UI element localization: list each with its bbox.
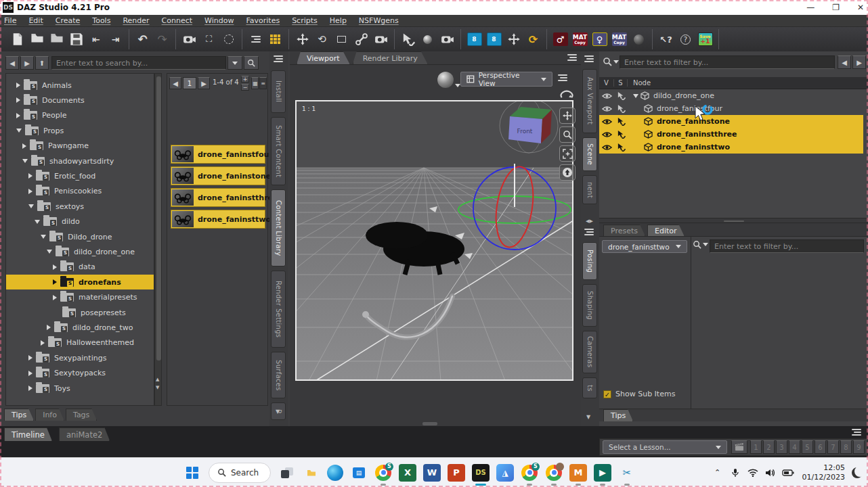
tree-item-data[interactable]: Sdata	[6, 260, 154, 275]
tab-tags[interactable]: Tags	[66, 409, 97, 421]
lesson-number-1[interactable]: 1	[750, 440, 762, 454]
expander-collapsed[interactable]	[41, 340, 45, 346]
params-filter-icon[interactable]	[693, 240, 708, 249]
page-next-button[interactable]: ▶	[198, 77, 210, 89]
frame-camera-icon[interactable]	[559, 145, 576, 162]
lesson-number-9[interactable]: 9	[853, 440, 865, 454]
dock-tab-nent[interactable]: nent	[582, 175, 597, 205]
pane-menu-icon[interactable]	[584, 229, 594, 235]
genesis8-male-icon[interactable]: 8	[484, 30, 504, 49]
menu-nsfwgens[interactable]: NSFWgens	[359, 16, 399, 25]
dock-tab-scene[interactable]: Scene	[582, 137, 597, 171]
close-button[interactable]: ✕	[857, 3, 864, 12]
word-icon[interactable]: W	[423, 464, 441, 482]
expander-collapsed[interactable]	[16, 113, 20, 118]
draw-style-caret[interactable]	[455, 84, 460, 87]
save-icon[interactable]	[66, 30, 86, 49]
excel-icon[interactable]: X	[399, 464, 416, 482]
tree-item-dildo_drone[interactable]: SDildo_drone	[6, 229, 154, 244]
visibility-eye-icon[interactable]	[599, 131, 614, 138]
scroll-up-arrow[interactable]: ▲	[156, 377, 159, 382]
scene-node-row[interactable]: drone_faninstfour	[599, 102, 863, 115]
lesson-play-icon[interactable]	[731, 440, 747, 454]
battery-icon[interactable]	[781, 469, 796, 476]
nav-back-button[interactable]: ◀	[5, 56, 19, 70]
node-selector-dropdown[interactable]: drone_faninsttwo	[602, 240, 687, 253]
column-visible[interactable]: V	[599, 79, 614, 87]
orbit-camera-icon[interactable]	[559, 89, 576, 103]
selectable-cursor-icon[interactable]	[614, 104, 628, 113]
snipping-tool-icon[interactable]: ✂	[618, 464, 636, 482]
restore-button[interactable]: ❐	[832, 3, 840, 12]
dock-tab-content-library[interactable]: Content Library	[271, 189, 286, 266]
tree-item-erotic_food[interactable]: SErotic_food	[6, 168, 154, 183]
menu-connect[interactable]: Connect	[162, 16, 192, 25]
mat-copy-purple-icon[interactable]: MATCopy	[609, 30, 629, 49]
scene-node-row[interactable]: drone_faninsttwo	[599, 141, 863, 154]
task-view-icon[interactable]	[278, 464, 296, 482]
active-rotate-tool-icon[interactable]: ⟳	[523, 30, 543, 49]
volume-icon[interactable]	[763, 469, 778, 477]
menu-scripts[interactable]: Scripts	[292, 16, 318, 25]
tree-item-dildo[interactable]: Sdildo	[6, 214, 154, 229]
daz-studio-icon[interactable]: DS	[472, 464, 490, 482]
scene-node-row[interactable]: dildo_drone_one	[599, 89, 863, 102]
dock-tab-install[interactable]: Install	[271, 70, 286, 113]
chrome-profile1-icon[interactable]: S	[374, 464, 392, 482]
undo-icon[interactable]: ↶	[133, 30, 152, 49]
tree-item-sexypaintings[interactable]: SSexypaintings	[6, 350, 154, 365]
lesson-number-2[interactable]: 2	[763, 440, 775, 454]
expander-expanded[interactable]	[47, 250, 52, 254]
nav-up-button[interactable]: ⬆	[35, 56, 49, 70]
draw-style-icon[interactable]	[437, 72, 454, 88]
tab-tips[interactable]: Tips	[4, 409, 34, 421]
tabstrip-scroll-down[interactable]: ▼	[276, 409, 280, 415]
render-camera-icon[interactable]	[437, 30, 457, 49]
tree-item-documents[interactable]: SDocuments	[6, 93, 154, 108]
lesson-number-5[interactable]: 5	[802, 440, 813, 454]
viewport-canvas[interactable]: Front 1 : 1	[295, 100, 573, 381]
tab-presets[interactable]: Presets	[603, 225, 645, 236]
expander-expanded[interactable]	[35, 220, 40, 224]
page-size-increase[interactable]: +	[241, 76, 249, 83]
selectable-cursor-icon[interactable]	[614, 91, 628, 100]
expander-collapsed[interactable]	[16, 83, 20, 88]
dock-tab-cameras[interactable]: Cameras	[582, 331, 597, 373]
page-size-decrease[interactable]: −	[241, 84, 249, 91]
tree-item-pawngame[interactable]: SPawngame	[6, 139, 154, 154]
scene-node-row[interactable]: drone_faninstone	[599, 115, 863, 128]
expander-collapsed[interactable]	[47, 325, 51, 330]
visibility-eye-icon[interactable]	[599, 144, 614, 151]
lesson-number-8[interactable]: 8	[840, 440, 852, 454]
list-view-button[interactable]: ≡	[259, 77, 267, 89]
expander-collapsed[interactable]	[22, 143, 26, 149]
female-preset-icon[interactable]: ♀	[590, 30, 609, 49]
merge-file-icon[interactable]	[47, 30, 66, 49]
tab-timeline[interactable]: Timeline	[4, 427, 52, 441]
visibility-eye-icon[interactable]	[599, 106, 614, 112]
lesson-number-3[interactable]: 3	[776, 440, 787, 454]
rotate-cursor-tool-icon[interactable]: ⟲	[312, 30, 332, 49]
viewport-options-icon[interactable]	[558, 74, 567, 81]
dock-tab-smart-content[interactable]: Smart Content	[271, 117, 286, 185]
tree-item-halloweenthemed[interactable]: SHalloweenthemed	[6, 335, 154, 350]
universal-manipulator-icon[interactable]	[504, 30, 523, 49]
cell-grid-icon[interactable]	[265, 30, 285, 49]
tab-viewport[interactable]: Viewport	[297, 51, 350, 64]
expander-expanded[interactable]	[41, 235, 46, 239]
surface-gear-tool-icon[interactable]	[418, 30, 437, 49]
expander-expanded[interactable]	[22, 159, 28, 163]
asset-item[interactable]: drone_faninsttwo	[171, 210, 265, 229]
visibility-eye-icon[interactable]	[599, 93, 614, 99]
tree-item-people[interactable]: SPeople	[6, 108, 154, 123]
pane-splitter[interactable]	[599, 218, 868, 223]
create-camera-icon[interactable]	[179, 30, 199, 49]
pane-menu-icon[interactable]	[584, 55, 594, 62]
scene-back-button[interactable]: ◀	[838, 55, 851, 69]
edge-icon[interactable]	[327, 465, 343, 481]
camera-cursor-tool-icon[interactable]	[371, 30, 391, 49]
visibility-eye-icon[interactable]	[599, 118, 614, 125]
mat-copy-red-icon[interactable]: MATCopy	[570, 30, 590, 49]
pan-orbit-tool-icon[interactable]	[292, 30, 312, 49]
minimize-button[interactable]: —	[806, 3, 815, 12]
